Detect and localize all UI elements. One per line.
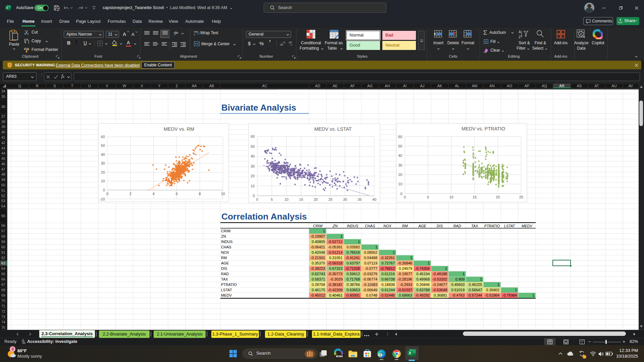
svg-text:W: W xyxy=(123,84,126,88)
svg-text:AK: AK xyxy=(437,84,442,88)
svg-text:CRIM: CRIM xyxy=(313,224,323,228)
svg-text:1: 1 xyxy=(445,266,447,270)
svg-text:5: 5 xyxy=(427,195,429,199)
svg-text:-0.32261: -0.32261 xyxy=(380,256,395,260)
svg-text:ZN: ZN xyxy=(332,224,338,228)
svg-text:51: 51 xyxy=(1,188,5,192)
svg-text:LSTAT: LSTAT xyxy=(504,224,516,228)
svg-text:0.46175: 0.46175 xyxy=(312,288,325,292)
svg-text:57: 57 xyxy=(1,229,5,233)
svg-text:64: 64 xyxy=(1,266,5,270)
svg-text:45: 45 xyxy=(1,157,5,161)
svg-text:1: 1 xyxy=(463,272,465,276)
svg-text:S: S xyxy=(53,84,56,88)
svg-text:0.40461: 0.40461 xyxy=(329,293,342,297)
svg-text:.00: .00 xyxy=(279,43,283,46)
svg-text:-0.45012: -0.45012 xyxy=(311,293,325,297)
svg-text:72: 72 xyxy=(1,309,5,313)
svg-text:1: 1 xyxy=(340,234,342,238)
svg-text:V: V xyxy=(106,84,108,88)
svg-text:0.61244: 0.61244 xyxy=(381,288,395,292)
svg-text:TAX: TAX xyxy=(471,224,478,228)
svg-text:AC: AC xyxy=(262,84,267,88)
svg-text:40: 40 xyxy=(251,154,255,158)
svg-text:0.63797: 0.63797 xyxy=(346,261,360,265)
svg-text:-0.24677: -0.24677 xyxy=(433,283,447,287)
svg-text:56: 56 xyxy=(1,224,5,228)
svg-text:0.59612: 0.59612 xyxy=(346,272,360,276)
svg-text:30: 30 xyxy=(251,164,255,168)
svg-text:0.68663: 0.68663 xyxy=(399,293,412,297)
svg-text:0.24579: 0.24579 xyxy=(399,266,412,270)
svg-text:1: 1 xyxy=(428,261,430,265)
svg-text:R: R xyxy=(36,84,39,88)
svg-text:0.909: 0.909 xyxy=(455,277,465,281)
svg-text:0.67323: 0.67323 xyxy=(329,266,342,270)
svg-text:0.72767: 0.72767 xyxy=(381,261,395,265)
svg-text:AGE: AGE xyxy=(221,261,229,265)
svg-text:MEDV: MEDV xyxy=(221,293,232,297)
svg-text:-0.51214: -0.51214 xyxy=(328,250,342,254)
svg-text:8: 8 xyxy=(199,192,201,196)
svg-text:0.49968: 0.49968 xyxy=(416,277,430,281)
svg-text:-0.26846: -0.26846 xyxy=(398,261,412,265)
svg-text:AF: AF xyxy=(350,84,355,88)
svg-text:50: 50 xyxy=(101,143,105,147)
svg-text:-0.75984: -0.75984 xyxy=(502,293,517,297)
svg-text:39: 39 xyxy=(1,125,5,129)
svg-text:Correlation Analysis: Correlation Analysis xyxy=(221,212,307,222)
svg-text:CHAS: CHAS xyxy=(221,245,231,249)
svg-text:Z: Z xyxy=(176,84,178,88)
svg-text:50: 50 xyxy=(398,144,402,148)
svg-text:0.31051: 0.31051 xyxy=(329,256,342,260)
svg-text:-0.52445: -0.52445 xyxy=(380,293,395,297)
svg-text:RAD: RAD xyxy=(453,224,461,228)
svg-text:AQ: AQ xyxy=(542,84,547,88)
svg-text:1: 1 xyxy=(497,283,499,287)
svg-text:49: 49 xyxy=(1,178,5,182)
svg-text:0.03582: 0.03582 xyxy=(346,245,360,249)
svg-text:AH: AH xyxy=(385,84,390,88)
svg-text:MEDV vs. PTRATIO: MEDV vs. PTRATIO xyxy=(462,126,505,131)
svg-text:67: 67 xyxy=(1,283,5,287)
svg-text:0.45194: 0.45194 xyxy=(416,272,430,276)
svg-text:AR: AR xyxy=(559,84,564,88)
svg-text:-10: -10 xyxy=(100,197,105,201)
svg-text:41: 41 xyxy=(1,135,5,139)
svg-text:48: 48 xyxy=(1,172,5,176)
svg-text:37: 37 xyxy=(1,114,5,118)
svg-text:46: 46 xyxy=(1,162,5,166)
svg-text:-0.52712: -0.52712 xyxy=(328,240,342,244)
svg-text:AM: AM xyxy=(472,84,478,88)
svg-text:1: 1 xyxy=(480,277,482,281)
svg-text:AD: AD xyxy=(315,84,320,88)
svg-text:1: 1 xyxy=(393,250,395,254)
svg-text:15: 15 xyxy=(299,197,303,201)
svg-text:-0.57244: -0.57244 xyxy=(468,293,482,297)
svg-text:0.08562: 0.08562 xyxy=(364,250,377,254)
svg-text:0.66738: 0.66738 xyxy=(381,277,395,281)
svg-text:AT: AT xyxy=(594,84,599,88)
svg-text:AB: AB xyxy=(209,84,214,88)
svg-text:54: 54 xyxy=(1,204,5,208)
svg-text:ab: ab xyxy=(174,31,177,34)
svg-text:-0.76812: -0.76812 xyxy=(380,266,395,270)
svg-text:20: 20 xyxy=(398,173,402,177)
svg-text:AG: AG xyxy=(367,84,373,88)
svg-text:73: 73 xyxy=(1,315,5,319)
svg-text:NOX: NOX xyxy=(383,224,392,228)
svg-text:AP: AP xyxy=(525,84,530,88)
svg-text:38: 38 xyxy=(1,120,5,124)
svg-text:40: 40 xyxy=(398,154,402,158)
svg-text:10: 10 xyxy=(449,195,453,199)
svg-text:35: 35 xyxy=(358,197,362,201)
svg-text:50: 50 xyxy=(251,144,255,148)
svg-text:47: 47 xyxy=(1,167,5,171)
svg-text:DIS: DIS xyxy=(437,224,443,228)
svg-text:62: 62 xyxy=(1,256,5,260)
svg-text:1: 1 xyxy=(358,240,360,244)
svg-text:-0.19907: -0.19907 xyxy=(311,234,325,238)
svg-text:0.07119: 0.07119 xyxy=(364,261,377,265)
svg-text:53: 53 xyxy=(1,199,5,203)
svg-text:!: ! xyxy=(9,63,10,67)
